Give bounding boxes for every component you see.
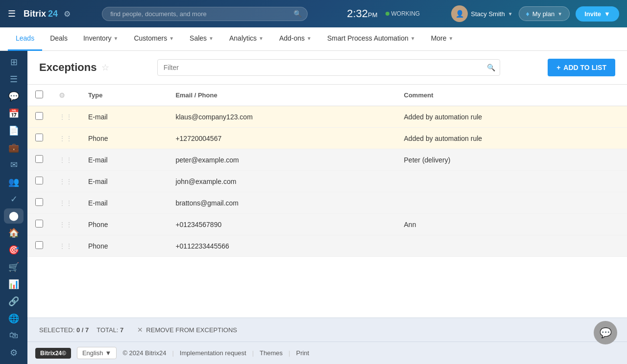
row-checkbox[interactable] (35, 220, 43, 228)
row-drag-cell: ⋮⋮ (51, 128, 80, 149)
total-label: TOTAL: 7 (96, 326, 123, 334)
sidebar-item-crm[interactable]: 💼 (4, 140, 24, 155)
drag-handle-icon[interactable]: ⋮⋮ (59, 113, 72, 121)
table-row: ⋮⋮ E-mail brattons@gmail.com (27, 192, 627, 214)
exceptions-table: ⚙ Type Email / Phone Comment (27, 85, 627, 257)
drag-handle-icon[interactable]: ⋮⋮ (59, 156, 72, 164)
row-type: E-mail (80, 192, 168, 214)
sidebar-item-docs[interactable]: 📄 (4, 123, 24, 138)
header-checkbox-cell (27, 85, 51, 106)
search-input[interactable] (102, 7, 308, 21)
row-contact: john@example.com (168, 171, 396, 192)
sidebar-item-settings[interactable]: ⚙ (4, 345, 24, 360)
row-checkbox[interactable] (35, 155, 43, 163)
favorite-star-icon[interactable]: ☆ (101, 62, 109, 73)
inventory-dropdown-caret: ▼ (114, 36, 119, 41)
header-drag-cell: ⚙ (51, 85, 80, 106)
user-profile[interactable]: 👤 Stacy Smith ▼ (451, 5, 512, 22)
sidebar-item-active[interactable]: ⬤ (4, 208, 24, 224)
sidebar-item-globe[interactable]: 🌐 (4, 311, 24, 326)
sales-dropdown-caret: ▼ (209, 36, 214, 41)
nav-leads[interactable]: Leads (8, 27, 42, 51)
footer-themes-link[interactable]: Themes (260, 349, 283, 357)
drag-handle-icon[interactable]: ⋮⋮ (59, 178, 72, 185)
row-comment (396, 192, 627, 214)
header-email-phone: Email / Phone (168, 85, 396, 106)
hamburger-icon[interactable]: ☰ (8, 8, 16, 19)
row-checkbox[interactable] (35, 112, 43, 120)
search-icon: 🔍 (293, 10, 302, 18)
drag-handle-icon[interactable]: ⋮⋮ (59, 135, 72, 142)
my-plan-button[interactable]: ♦ My plan ▼ (519, 6, 570, 21)
filter-search-icon: 🔍 (487, 64, 495, 71)
row-type: Phone (80, 128, 168, 149)
row-type: Phone (80, 214, 168, 235)
remove-from-exceptions-button[interactable]: ✕ REMOVE FROM EXCEPTIONS (131, 323, 243, 337)
sidebar-item-store[interactable]: 🛍 (4, 328, 24, 343)
select-all-checkbox[interactable] (35, 91, 43, 98)
row-checkbox[interactable] (35, 198, 43, 206)
row-contact: klaus@company123.com (168, 106, 396, 128)
status-dot (386, 12, 389, 16)
drag-handle-icon[interactable]: ⋮⋮ (59, 242, 72, 250)
bottom-bar: SELECTED: 0 / 7 TOTAL: 7 ✕ REMOVE FROM E… (27, 318, 627, 341)
nav-analytics[interactable]: Analytics ▼ (221, 27, 271, 51)
drag-handle-icon[interactable]: ⋮⋮ (59, 221, 72, 228)
sidebar-item-integration[interactable]: 🔗 (4, 294, 24, 309)
nav-customers[interactable]: Customers ▼ (126, 27, 182, 51)
chat-fab[interactable]: 💬 (594, 321, 617, 344)
table-row: ⋮⋮ E-mail klaus@company123.com Added by … (27, 106, 627, 128)
row-drag-cell: ⋮⋮ (51, 235, 80, 257)
sidebar-item-contacts[interactable]: 👥 (4, 174, 24, 189)
invite-button[interactable]: Invite ▼ (576, 6, 619, 22)
table-row: ⋮⋮ Phone +0112233445566 (27, 235, 627, 257)
sidebar-item-tasks[interactable]: ✓ (4, 191, 24, 206)
global-search: 🔍 (102, 7, 308, 21)
nav-addons[interactable]: Add-ons ▼ (271, 27, 319, 51)
add-to-list-button[interactable]: + ADD TO LIST (548, 59, 615, 76)
row-type: E-mail (80, 149, 168, 171)
sidebar-item-chat[interactable]: 💬 (4, 89, 24, 104)
row-drag-cell: ⋮⋮ (51, 149, 80, 171)
sidebar-item-target[interactable]: 🎯 (4, 243, 24, 258)
drag-handle-icon[interactable]: ⋮⋮ (59, 199, 72, 207)
addons-dropdown-caret: ▼ (307, 36, 312, 41)
language-selector[interactable]: English ▼ (77, 347, 117, 359)
footer-logo[interactable]: Bitrix24© (35, 348, 71, 359)
filter-input[interactable] (157, 59, 500, 76)
sidebar-item-mail[interactable]: ✉ (4, 157, 24, 172)
sidebar-item-cart[interactable]: 🛒 (4, 260, 24, 275)
row-comment: Peter (delivery) (396, 149, 627, 171)
sidebar-item-analytics[interactable]: 📊 (4, 277, 24, 292)
footer: Bitrix24© English ▼ © 2024 Bitrix24 | Im… (27, 341, 627, 364)
header-comment: Comment (396, 85, 627, 106)
clock-display: 2:32PM (347, 7, 377, 20)
plan-icon: ♦ (526, 10, 530, 18)
nav-deals[interactable]: Deals (42, 27, 75, 51)
row-contact: +12720004567 (168, 128, 396, 149)
row-checkbox[interactable] (35, 177, 43, 184)
table-row: ⋮⋮ Phone +01234567890 Ann (27, 214, 627, 235)
nav-inventory[interactable]: Inventory ▼ (75, 27, 126, 51)
header-gear-icon[interactable]: ⚙ (59, 91, 65, 99)
sidebar-item-apps[interactable]: ⊞ (4, 55, 24, 70)
customers-dropdown-caret: ▼ (169, 36, 174, 41)
analytics-dropdown-caret: ▼ (259, 36, 264, 41)
nav-sales[interactable]: Sales ▼ (182, 27, 221, 51)
sidebar-item-list[interactable]: ☰ (4, 72, 24, 87)
topbar-settings-icon[interactable]: ⚙ (64, 9, 71, 19)
row-checkbox-cell (27, 192, 51, 214)
row-checkbox[interactable] (35, 241, 43, 249)
sidebar-item-calendar[interactable]: 📅 (4, 106, 24, 121)
sidebar-item-home[interactable]: 🏠 (4, 226, 24, 241)
table-row: ⋮⋮ E-mail peter@example.com Peter (deliv… (27, 149, 627, 171)
working-status[interactable]: WORKING (386, 10, 420, 17)
footer-implementation-link[interactable]: Implementation request (180, 349, 246, 357)
nav-more[interactable]: More ▼ (423, 27, 461, 51)
nav-smart-process[interactable]: Smart Process Automation ▼ (319, 27, 423, 51)
footer-print-link[interactable]: Print (296, 349, 309, 357)
table-row: ⋮⋮ E-mail john@example.com (27, 171, 627, 192)
row-checkbox[interactable] (35, 134, 43, 141)
row-drag-cell: ⋮⋮ (51, 214, 80, 235)
row-checkbox-cell (27, 235, 51, 257)
